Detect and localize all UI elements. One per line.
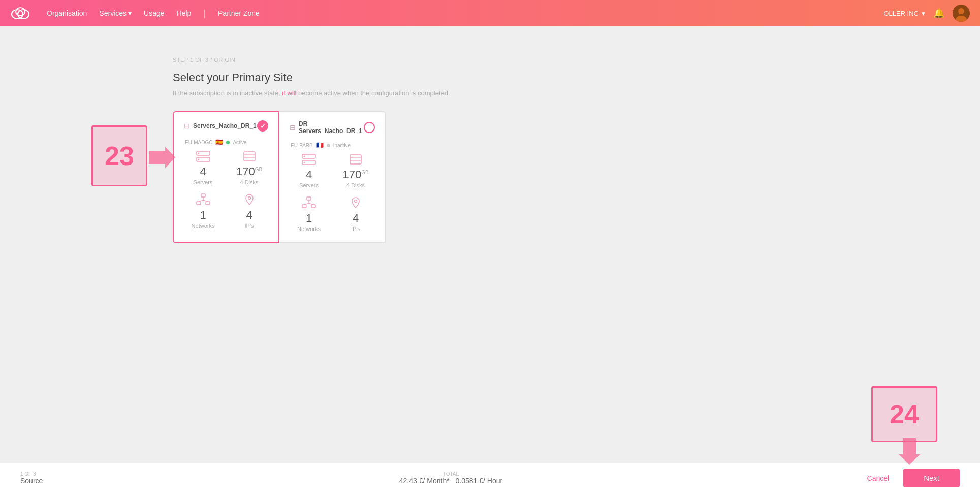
svg-rect-11 bbox=[244, 152, 255, 161]
server-icon-2: ⊟ bbox=[290, 123, 296, 132]
networks-icon-2 bbox=[302, 196, 316, 211]
svg-point-23 bbox=[304, 156, 305, 157]
main-content: 23 STEP 1 OF 3 / ORIGIN Select your Prim… bbox=[0, 26, 980, 463]
svg-point-24 bbox=[304, 162, 305, 163]
org-selector[interactable]: OLLER INC ▾ bbox=[883, 10, 925, 17]
card1-networks-stat: 1 Networks bbox=[184, 193, 222, 229]
footer-step-info: 1 OF 3 Source bbox=[20, 471, 43, 485]
nav-help[interactable]: Help bbox=[177, 9, 192, 17]
footer-actions: Cancel Next bbox=[859, 469, 960, 487]
server-icon-1: ⊟ bbox=[184, 122, 190, 130]
svg-line-33 bbox=[309, 203, 313, 205]
card1-ips-label: IP's bbox=[245, 223, 254, 229]
card2-meta: EU-PARB 🇫🇷 Inactive bbox=[290, 142, 375, 149]
card1-disks-value: 170GB bbox=[236, 166, 262, 177]
card1-ips-value: 4 bbox=[246, 210, 252, 221]
card1-flag: 🇪🇸 bbox=[215, 139, 223, 146]
svg-line-32 bbox=[304, 203, 309, 205]
card2-stats: 4 Servers 170GB bbox=[290, 154, 375, 232]
svg-point-20 bbox=[248, 197, 250, 200]
card1-networks-value: 1 bbox=[200, 210, 206, 221]
card2-disks-value: 170GB bbox=[342, 169, 368, 180]
page-title: Select your Primary Site bbox=[173, 71, 980, 84]
card1-servers-value: 4 bbox=[200, 166, 206, 177]
svg-point-2 bbox=[16, 8, 25, 16]
arrow-right-icon bbox=[149, 147, 175, 170]
svg-marker-6 bbox=[149, 147, 175, 168]
nav-separator: | bbox=[203, 8, 206, 19]
site-card-1[interactable]: ⊟ Servers_Nacho_DR_1 EU-MADGC 🇪🇸 Active bbox=[173, 111, 279, 243]
nav-organisation[interactable]: Organisation bbox=[47, 9, 87, 17]
svg-rect-25 bbox=[350, 155, 361, 164]
svg-marker-35 bbox=[899, 438, 920, 465]
cancel-button[interactable]: Cancel bbox=[859, 470, 898, 486]
card1-meta: EU-MADGC 🇪🇸 Active bbox=[184, 139, 268, 146]
footer-total: TOTAL 42.43 €/ Month* 0.0581 €/ Hour bbox=[399, 471, 502, 485]
card1-disks-label: 4 Disks bbox=[240, 179, 258, 185]
page-subtitle: If the subscription is in inactive state… bbox=[173, 89, 980, 97]
card1-stats: 4 Servers 170GB bbox=[184, 151, 268, 229]
footer-step-progress: 1 OF 3 bbox=[20, 471, 43, 477]
disks-icon-2 bbox=[349, 154, 363, 167]
site-card-2[interactable]: ⊟ DR Servers_Nacho_DR_1 EU-PARB 🇫🇷 Inact… bbox=[279, 111, 386, 243]
ips-icon-2 bbox=[350, 196, 361, 211]
nav-usage[interactable]: Usage bbox=[144, 9, 164, 17]
footer: 1 OF 3 Source TOTAL 42.43 €/ Month* 0.05… bbox=[0, 463, 980, 493]
card1-servers-stat: 4 Servers bbox=[184, 151, 222, 185]
card2-flag: 🇫🇷 bbox=[316, 142, 324, 149]
svg-point-4 bbox=[958, 8, 964, 14]
card1-status-text: Active bbox=[233, 140, 246, 145]
card1-title-row: ⊟ Servers_Nacho_DR_1 bbox=[184, 122, 257, 130]
svg-rect-16 bbox=[206, 202, 210, 205]
svg-rect-30 bbox=[311, 205, 315, 208]
svg-point-10 bbox=[198, 159, 199, 160]
next-button[interactable]: Next bbox=[903, 469, 960, 487]
breadcrumb: STEP 1 OF 3 / ORIGIN bbox=[173, 57, 980, 63]
svg-line-19 bbox=[203, 200, 208, 202]
svg-rect-28 bbox=[307, 197, 311, 200]
card2-servers-value: 4 bbox=[306, 169, 312, 180]
card2-region: EU-PARB bbox=[291, 143, 313, 148]
card2-header: ⊟ DR Servers_Nacho_DR_1 bbox=[290, 120, 375, 135]
card1-header: ⊟ Servers_Nacho_DR_1 bbox=[184, 120, 268, 132]
nav-partner-zone[interactable]: Partner Zone bbox=[218, 9, 260, 17]
footer-total-label: TOTAL bbox=[443, 471, 459, 477]
header-right: OLLER INC ▾ 🔔 bbox=[883, 5, 970, 22]
card1-servers-label: Servers bbox=[194, 179, 213, 185]
card2-networks-stat: 1 Networks bbox=[290, 196, 328, 232]
annotation-23-box: 23 bbox=[91, 125, 147, 186]
card2-ips-stat: 4 IP's bbox=[336, 196, 375, 232]
notification-bell-icon[interactable]: 🔔 bbox=[933, 8, 944, 19]
card2-check bbox=[364, 122, 375, 133]
svg-rect-15 bbox=[197, 202, 201, 205]
annotation-24-box: 24 bbox=[871, 386, 937, 442]
svg-line-18 bbox=[199, 200, 203, 202]
card2-name: DR Servers_Nacho_DR_1 bbox=[299, 120, 364, 135]
card1-status-dot bbox=[226, 141, 230, 144]
card1-region: EU-MADGC bbox=[185, 140, 212, 145]
disks-icon-1 bbox=[242, 151, 257, 164]
card1-check bbox=[257, 120, 268, 132]
card2-disks-label: 4 Disks bbox=[346, 182, 365, 188]
annotation-23-label: 23 bbox=[105, 141, 134, 171]
header: Organisation Services ▾ Usage Help | Par… bbox=[0, 0, 980, 26]
card2-ips-value: 4 bbox=[353, 213, 359, 224]
card1-networks-label: Networks bbox=[192, 223, 215, 229]
card2-disks-stat: 170GB 4 Disks bbox=[336, 154, 375, 188]
card1-name: Servers_Nacho_DR_1 bbox=[193, 122, 257, 129]
servers-icon-2 bbox=[302, 154, 316, 167]
org-name: OLLER INC bbox=[883, 10, 919, 17]
subtitle-link[interactable]: it will bbox=[282, 89, 296, 97]
card2-networks-label: Networks bbox=[297, 226, 321, 232]
nav-services[interactable]: Services ▾ bbox=[99, 9, 132, 17]
logo[interactable] bbox=[10, 5, 31, 21]
chevron-down-icon: ▾ bbox=[128, 9, 132, 17]
main-nav: Organisation Services ▾ Usage Help | Par… bbox=[47, 8, 883, 19]
card2-ips-label: IP's bbox=[351, 226, 360, 232]
card2-title-row: ⊟ DR Servers_Nacho_DR_1 bbox=[290, 120, 364, 135]
user-avatar[interactable] bbox=[953, 5, 970, 22]
annotation-24-label: 24 bbox=[890, 399, 919, 430]
arrow-down-icon bbox=[899, 438, 920, 467]
ips-icon-1 bbox=[244, 193, 255, 208]
card2-servers-label: Servers bbox=[299, 182, 319, 188]
